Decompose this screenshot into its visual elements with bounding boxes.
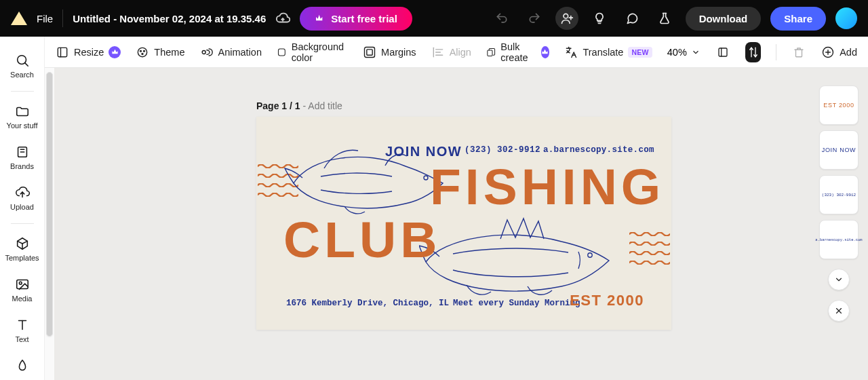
rail-your-stuff[interactable]: Your stuff xyxy=(0,100,44,134)
svg-rect-10 xyxy=(488,50,492,55)
flask-icon[interactable] xyxy=(653,7,676,30)
fish-illustration-bottom xyxy=(419,214,616,303)
document-title[interactable]: Untitled - November 02, 2024 at 19.35.46 xyxy=(73,13,266,24)
delete-button[interactable] xyxy=(791,42,807,62)
share-button[interactable]: Share xyxy=(770,7,826,31)
rail-upload-label: Upload xyxy=(10,203,34,211)
download-button[interactable]: Download xyxy=(686,7,762,31)
background-label: Background color xyxy=(292,41,348,63)
svg-rect-1 xyxy=(58,48,66,56)
chevron-down-icon xyxy=(691,48,701,57)
new-badge: NEW xyxy=(628,47,652,58)
vertical-scrollbar[interactable] xyxy=(45,68,54,380)
rail-search-label: Search xyxy=(10,71,34,79)
app-logo[interactable] xyxy=(11,12,27,25)
svg-point-3 xyxy=(140,50,142,52)
svg-rect-11 xyxy=(719,48,727,56)
wave-decoration-right xyxy=(629,227,670,259)
topbar: File Untitled - November 02, 2024 at 19.… xyxy=(0,0,868,37)
start-trial-button[interactable]: Start free trial xyxy=(300,7,412,31)
rail-text-label: Text xyxy=(15,335,28,343)
rail-your-stuff-label: Your stuff xyxy=(7,121,38,130)
invite-button[interactable] xyxy=(555,7,578,30)
svg-point-17 xyxy=(424,176,428,180)
zoom-value: 40% xyxy=(667,47,687,58)
element-thumbnails-panel: EST 2000 JOIN NOW (323) 302-9912 a.barne… xyxy=(819,86,859,322)
svg-rect-8 xyxy=(365,47,375,57)
user-avatar[interactable] xyxy=(835,7,857,29)
rail-media[interactable]: Media xyxy=(0,273,44,307)
divider xyxy=(776,44,776,60)
pages-panel-button[interactable] xyxy=(715,42,731,62)
divider xyxy=(62,10,63,27)
background-color-button[interactable]: Background color xyxy=(277,41,348,63)
thumbnail-est[interactable]: EST 2000 xyxy=(819,86,859,125)
rail-brands-label: Brands xyxy=(10,162,34,170)
divider xyxy=(11,223,34,224)
page-add-title: - Add title xyxy=(300,100,342,111)
animation-label: Animation xyxy=(218,47,261,58)
zoom-control[interactable]: 40% xyxy=(667,47,701,58)
svg-point-16 xyxy=(19,282,22,284)
svg-point-2 xyxy=(138,48,147,56)
expand-thumbnails-button[interactable] xyxy=(828,269,850,290)
resize-button[interactable]: Resize xyxy=(56,45,121,59)
resize-premium-icon xyxy=(108,46,121,58)
svg-rect-15 xyxy=(16,280,28,289)
rail-upload[interactable]: Upload xyxy=(0,181,44,215)
design-text-est[interactable]: EST 2000 xyxy=(570,292,644,309)
page-word: Page xyxy=(256,100,281,111)
add-page-button[interactable]: Add xyxy=(821,45,857,59)
animation-button[interactable]: Animation xyxy=(199,45,261,59)
theme-button[interactable]: Theme xyxy=(136,45,184,59)
page-indicator[interactable]: Page 1 / 1 - Add title xyxy=(256,100,342,111)
undo-button[interactable] xyxy=(490,7,513,30)
align-button: Align xyxy=(431,45,471,59)
workspace: Page 1 / 1 - Add title xyxy=(45,68,868,380)
file-menu[interactable]: File xyxy=(37,13,53,24)
rail-brands[interactable]: Brands xyxy=(0,140,44,174)
margins-label: Margins xyxy=(381,47,416,58)
svg-point-4 xyxy=(144,50,145,52)
align-label: Align xyxy=(450,47,471,58)
layers-panel-button[interactable] xyxy=(745,42,761,62)
bulk-label: Bulk create xyxy=(500,41,536,63)
page-current: 1 xyxy=(281,100,287,111)
rail-templates[interactable]: Templates xyxy=(0,232,44,266)
design-text-address[interactable]: 1676 Kemberly Drive, Chicago, IL xyxy=(286,299,449,308)
close-thumbnails-button[interactable] xyxy=(828,300,850,322)
svg-rect-7 xyxy=(278,49,285,56)
svg-point-5 xyxy=(142,53,143,54)
rail-templates-label: Templates xyxy=(5,254,39,262)
design-text-phone[interactable]: (323) 302-9912 xyxy=(465,145,540,155)
thumbnail-phone[interactable]: (323) 302-9912 xyxy=(819,175,859,214)
svg-rect-9 xyxy=(367,49,372,54)
rail-more[interactable] xyxy=(0,354,44,377)
rail-media-label: Media xyxy=(12,294,33,303)
page-total: 1 xyxy=(295,100,300,111)
resize-label: Resize xyxy=(74,47,104,58)
theme-label: Theme xyxy=(154,47,184,58)
redo-button[interactable] xyxy=(523,7,546,30)
cloud-sync-icon[interactable] xyxy=(275,11,290,26)
left-rail: Search Your stuff Brands Upload Template… xyxy=(0,37,45,380)
svg-point-0 xyxy=(564,14,568,18)
design-text-website[interactable]: a.barnescopy.site.com xyxy=(543,145,654,155)
margins-button[interactable]: Margins xyxy=(363,45,416,59)
design-canvas[interactable]: JOIN NOW (323) 302-9912 a.barnescopy.sit… xyxy=(256,117,671,330)
rail-search[interactable]: Search xyxy=(0,49,44,83)
thumbnail-website[interactable]: a.barnescopy.site.com xyxy=(819,220,859,259)
thumbnail-joinnow[interactable]: JOIN NOW xyxy=(819,130,859,170)
rail-text[interactable]: Text xyxy=(0,314,44,347)
translate-button[interactable]: Translate NEW xyxy=(564,45,652,59)
page-sep: / xyxy=(287,100,295,111)
design-text-club[interactable]: CLUB xyxy=(283,210,441,269)
lightbulb-icon[interactable] xyxy=(588,7,611,30)
design-text-meeting[interactable]: Meet every Sunday Morning xyxy=(453,299,580,308)
add-label: Add xyxy=(840,47,857,58)
design-text-fishing[interactable]: FISHING xyxy=(430,157,665,216)
comment-icon[interactable] xyxy=(620,7,644,30)
divider xyxy=(11,91,34,92)
bulk-create-button[interactable]: Bulk create xyxy=(486,41,550,63)
bulk-premium-icon xyxy=(541,46,550,58)
